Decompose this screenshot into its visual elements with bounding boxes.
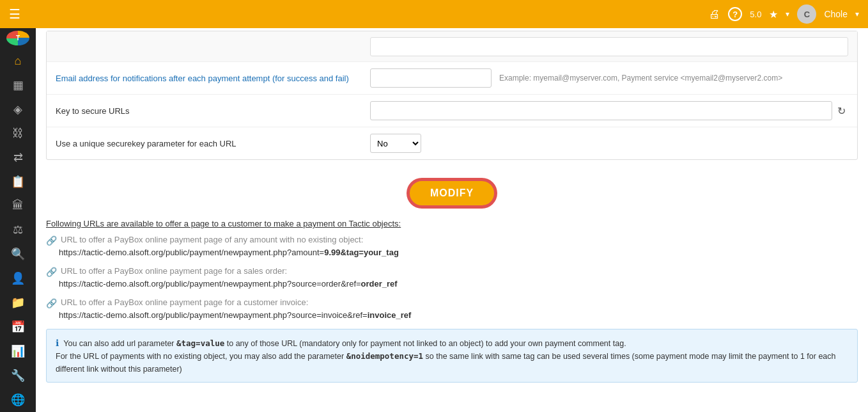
help-icon[interactable]: ? <box>728 7 742 21</box>
sidebar-item-user[interactable]: 👤 <box>0 266 36 290</box>
url1-bold: 9.99&tag=your_tag <box>324 248 399 257</box>
sidebar-item-search[interactable]: 🔍 <box>0 242 36 266</box>
ext-link-icon-3[interactable]: 🔗 <box>46 298 57 308</box>
sidebar-item-grid[interactable]: ▦ <box>0 73 36 97</box>
sidebar-logo[interactable]: T <box>6 31 29 45</box>
url-section: Following URLs are available to offer a … <box>46 216 858 389</box>
url-block-1: 🔗 URL to offer a PayBox online payment p… <box>46 235 858 257</box>
topbar-left: ☰ <box>9 6 20 22</box>
modify-button[interactable]: MODIFY <box>408 179 496 207</box>
key-input[interactable] <box>370 101 832 120</box>
info-line1: You can also add url parameter &tag=valu… <box>63 339 626 348</box>
url2-bold: order_ref <box>361 279 398 289</box>
refresh-button[interactable]: ↻ <box>835 104 848 118</box>
url2-description: 🔗 URL to offer a PayBox online payment p… <box>46 266 858 277</box>
ext-link-icon-1[interactable]: 🔗 <box>46 235 57 246</box>
url2-prefix: https://tactic-demo.alsoft.org/public/pa… <box>59 279 361 289</box>
sidebar: T ⌂ ▦ ◈ ⛓ ⇄ 📋 🏛 ⚖ 🔍 👤 📁 📅 📊 🔧 🌐 <box>0 28 36 412</box>
securekey-label: Use a unique securekey parameter for eac… <box>56 139 362 148</box>
securekey-select[interactable]: No Yes <box>370 134 421 153</box>
form-row-securekey: Use a unique securekey parameter for eac… <box>47 127 857 159</box>
user-chevron-icon[interactable]: ▾ <box>855 10 859 19</box>
sidebar-item-clipboard[interactable]: 📋 <box>0 170 36 194</box>
avatar: C <box>797 4 816 24</box>
star-icon[interactable]: ★ <box>769 8 778 20</box>
main-content: Email address for notifications after ea… <box>36 28 868 412</box>
sidebar-item-package[interactable]: ◈ <box>0 97 36 122</box>
info-box: ℹ You can also add url parameter &tag=va… <box>46 329 858 383</box>
key-label: Key to secure URLs <box>56 106 362 116</box>
url-block-3: 🔗 URL to offer a PayBox online payment p… <box>46 297 858 320</box>
email-label: Email address for notifications after ea… <box>56 74 362 83</box>
url3-value: https://tactic-demo.alsoft.org/public/pa… <box>46 310 858 320</box>
form-section: Email address for notifications after ea… <box>46 31 858 160</box>
star-chevron-icon[interactable]: ▾ <box>786 10 789 19</box>
sidebar-item-book[interactable]: 🏛 <box>0 194 36 218</box>
layout: T ⌂ ▦ ◈ ⛓ ⇄ 📋 🏛 ⚖ 🔍 👤 📁 📅 📊 🔧 🌐 Email ad… <box>0 28 868 412</box>
sidebar-item-transfer[interactable]: ⇄ <box>0 145 36 170</box>
form-row-email: Email address for notifications after ea… <box>47 62 857 95</box>
url1-value: https://tactic-demo.alsoft.org/public/pa… <box>46 248 858 257</box>
url3-description: 🔗 URL to offer a PayBox online payment p… <box>46 297 858 308</box>
key-input-group: ↻ <box>370 101 848 120</box>
sidebar-item-chart[interactable]: 📊 <box>0 339 36 363</box>
url3-prefix: https://tactic-demo.alsoft.org/public/pa… <box>59 310 368 320</box>
email-input[interactable] <box>370 68 492 88</box>
sidebar-item-link[interactable]: ⛓ <box>0 122 36 145</box>
rating-value: 5.0 <box>750 10 761 19</box>
info-icon: ℹ <box>56 338 59 348</box>
url1-description: 🔗 URL to offer a PayBox online payment p… <box>46 235 858 246</box>
ext-link-icon-2[interactable]: 🔗 <box>46 267 57 277</box>
sidebar-item-tool[interactable]: 🔧 <box>0 363 36 388</box>
url-section-title: Following URLs are available to offer a … <box>46 219 858 228</box>
topbar: ☰ 🖨 ? 5.0 ★ ▾ C Chole ▾ <box>0 0 868 28</box>
form-row-key: Key to secure URLs ↻ <box>47 95 857 127</box>
sidebar-item-globe[interactable]: 🌐 <box>0 388 36 412</box>
partial-row-top <box>47 31 857 62</box>
url-block-2: 🔗 URL to offer a PayBox online payment p… <box>46 266 858 289</box>
modify-section: MODIFY <box>46 168 858 216</box>
sidebar-item-calendar[interactable]: 📅 <box>0 315 36 339</box>
topbar-right: 🖨 ? 5.0 ★ ▾ C Chole ▾ <box>709 4 859 24</box>
print-icon[interactable]: 🖨 <box>709 8 720 21</box>
rating: 5.0 <box>750 10 761 19</box>
info-line2: For the URL of payments with no existing… <box>56 352 836 374</box>
sidebar-item-home[interactable]: ⌂ <box>0 49 36 73</box>
sidebar-item-bank[interactable]: ⚖ <box>0 218 36 242</box>
hamburger-icon[interactable]: ☰ <box>9 6 20 22</box>
email-hint: Example: myemail@myserver.com, Payment s… <box>499 74 848 83</box>
url2-value: https://tactic-demo.alsoft.org/public/pa… <box>46 279 858 289</box>
url1-prefix: https://tactic-demo.alsoft.org/public/pa… <box>59 248 324 257</box>
url3-bold: invoice_ref <box>368 310 412 320</box>
user-name[interactable]: Chole <box>824 9 848 19</box>
sidebar-item-folder[interactable]: 📁 <box>0 290 36 315</box>
